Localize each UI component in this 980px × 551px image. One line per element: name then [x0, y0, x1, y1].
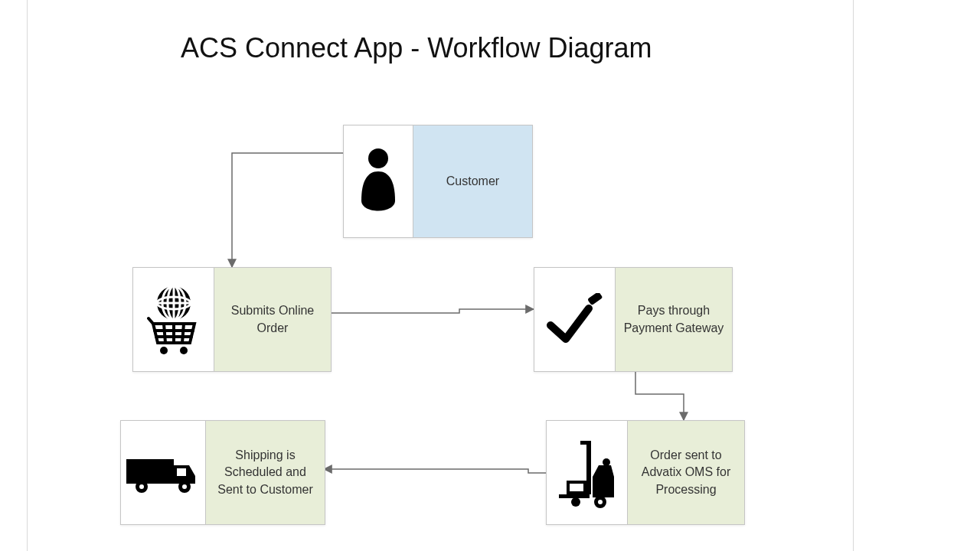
- workflow-diagram: ACS Connect App - Workflow Diagram Custo…: [0, 0, 980, 551]
- svg-point-26: [139, 484, 144, 489]
- svg-rect-18: [568, 482, 585, 493]
- checkmark-pen-icon: [534, 268, 616, 371]
- svg-rect-23: [126, 459, 174, 484]
- node-payment: Pays through Payment Gateway: [534, 267, 733, 372]
- node-customer: Customer: [343, 125, 533, 238]
- svg-rect-16: [580, 441, 591, 445]
- node-customer-label: Customer: [413, 126, 532, 237]
- node-shipping: Shipping is Scheduled and Sent to Custom…: [120, 420, 325, 525]
- diagram-title: ACS Connect App - Workflow Diagram: [181, 32, 652, 64]
- svg-rect-15: [586, 441, 591, 494]
- customer-icon: [344, 126, 413, 237]
- svg-point-13: [180, 347, 188, 354]
- svg-rect-24: [177, 468, 186, 476]
- svg-point-0: [368, 148, 388, 168]
- node-shipping-label: Shipping is Scheduled and Sent to Custom…: [206, 421, 325, 524]
- svg-point-12: [160, 347, 168, 354]
- svg-point-21: [571, 497, 580, 507]
- forklift-icon: [547, 421, 628, 524]
- svg-point-20: [598, 500, 603, 504]
- svg-point-22: [603, 458, 610, 466]
- svg-line-7: [164, 324, 165, 343]
- node-oms-label: Order sent to Advatix OMS for Processing: [628, 421, 744, 524]
- svg-line-9: [182, 324, 184, 343]
- node-submit-order-label: Submits Online Order: [214, 268, 331, 371]
- svg-point-28: [182, 484, 187, 489]
- svg-rect-17: [559, 494, 590, 498]
- cart-globe-icon: [133, 268, 214, 371]
- truck-icon: [121, 421, 206, 524]
- svg-rect-14: [587, 293, 603, 305]
- node-submit-order: Submits Online Order: [132, 267, 332, 372]
- node-payment-label: Pays through Payment Gateway: [616, 268, 732, 371]
- node-oms: Order sent to Advatix OMS for Processing: [546, 420, 745, 525]
